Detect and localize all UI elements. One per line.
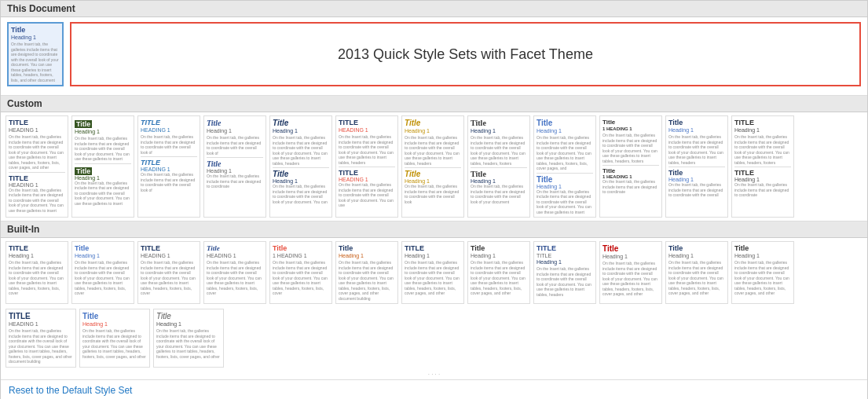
custom-thumbnails-row: TITLE HEADING 1 On the Insert tab, the g… <box>1 112 867 221</box>
custom-thumb-6[interactable]: TITLE HEADING 1 On the Insert tab, the g… <box>335 115 398 218</box>
t2-body: On the Insert tab, the galleries include… <box>75 136 131 162</box>
t6-heading2: HEADING 1 <box>339 177 395 182</box>
builtin-thumb-6[interactable]: Title Heading 1 On the Insert tab, the g… <box>335 241 398 304</box>
t3-heading2: HEADING 1 <box>141 167 197 172</box>
builtin-thumb-4[interactable]: Title HEADING 1 On the Insert tab, the g… <box>203 241 266 304</box>
reset-link-text: Reset to the Default Style Set <box>9 385 132 396</box>
t3-heading: HEADING 1 <box>141 127 197 133</box>
t2-heading: Heading 1 <box>75 129 131 134</box>
custom-thumb-4[interactable]: Title Heading 1 On the Insert tab, the g… <box>203 115 266 218</box>
builtin-thumb-5[interactable]: Title 1 HEADING 1 On the Insert tab, the… <box>269 241 332 304</box>
bt2-h: Heading 1 <box>75 253 131 258</box>
bt6-h: Heading 1 <box>339 253 395 258</box>
thumb-title: Title <box>11 26 60 34</box>
t5-heading: Heading 1 <box>273 128 329 134</box>
builtin-thumb-11[interactable]: Title Heading 1 On the Insert tab, the g… <box>665 241 728 304</box>
bt10-body: On the Insert tab, the galleries include… <box>602 261 659 297</box>
large-preview: 2013 Quick Style Sets with Facet Theme <box>70 22 861 86</box>
builtin-header: Built-In <box>1 221 867 238</box>
t12-title2: TITLE <box>734 169 791 177</box>
builtin-thumb-9[interactable]: TITLE TITLE Heading 1 On the Insert tab,… <box>533 241 596 304</box>
builtin-thumb-r2-1[interactable]: TITLE HEADING 1 On the Insert tab, the g… <box>5 309 76 368</box>
t9-title2: Title <box>537 175 593 184</box>
builtin-thumb-10[interactable]: Title Heading 1 On the Insert tab, the g… <box>599 241 662 304</box>
custom-thumb-5[interactable]: Title Heading 1 On the Insert tab, the g… <box>269 115 332 218</box>
t9-heading2: Heading 1 <box>537 184 593 189</box>
custom-thumb-12[interactable]: TITLE Heading 1 On the Insert tab, the g… <box>731 115 794 218</box>
builtin-thumb-r2-3[interactable]: Title Heading 1 On the Insert tab, the g… <box>153 309 224 368</box>
custom-thumb-7[interactable]: Title Heading 1 On the Insert tab, the g… <box>401 115 464 218</box>
t1-body2: On the Insert tab, the galleries include… <box>9 188 65 214</box>
t8-body: On the Insert tab, the galleries include… <box>471 135 527 166</box>
t5-heading2: Heading 1 <box>273 178 329 184</box>
this-document-section: Title Heading 1 On the Insert tab, the g… <box>1 17 867 96</box>
t10-body2: On the Insert tab, the galleries include… <box>602 179 659 195</box>
t7-body: On the Insert tab, the galleries include… <box>405 135 461 166</box>
t7-heading: Heading 1 <box>405 128 461 134</box>
custom-thumb-9[interactable]: Title Heading 1 On the Insert tab, the g… <box>533 115 596 218</box>
t4-heading2: Heading 1 <box>207 168 263 174</box>
bt9-body: On the Insert tab, the galleries include… <box>537 266 593 297</box>
style-sets-panel: This Document Title Heading 1 On the Ins… <box>0 0 868 399</box>
builtin-thumb-7[interactable]: TITLE Heading 1 On the Insert tab, the g… <box>401 241 464 304</box>
t5-title: Title <box>273 119 329 127</box>
br2-3-title: Title <box>156 312 221 320</box>
t11-heading: Heading 1 <box>668 127 725 133</box>
br2-2-title: Title <box>82 312 147 320</box>
custom-thumb-2[interactable]: Title Heading 1 On the Insert tab, the g… <box>71 115 134 218</box>
bt1-body: On the Insert tab, the galleries include… <box>9 260 65 296</box>
t7-title: Title <box>405 119 461 127</box>
custom-thumb-8[interactable]: Title Heading 1 On the Insert tab, the g… <box>467 115 530 218</box>
bt5-title: Title <box>273 244 329 252</box>
bt2-body: On the Insert tab, the galleries include… <box>75 260 131 296</box>
builtin-thumb-r2-2[interactable]: Title Heading 1 On the Insert tab, the g… <box>79 309 150 368</box>
t8-heading: Heading 1 <box>471 128 527 134</box>
thumb-body: On the Insert tab, the galleries include… <box>11 42 60 82</box>
bt12-body: On the Insert tab, the galleries include… <box>734 260 791 296</box>
t12-title: TITLE <box>734 119 791 126</box>
builtin-thumb-1[interactable]: TITLE Heading 1 On the Insert tab, the g… <box>5 241 68 304</box>
bt11-body: On the Insert tab, the galleries include… <box>668 260 725 296</box>
bt9-h: TITLE <box>537 253 593 258</box>
selected-style-thumb[interactable]: Title Heading 1 On the Insert tab, the g… <box>7 22 64 86</box>
t6-title: TITLE <box>339 119 395 126</box>
t6-heading: HEADING 1 <box>339 127 395 133</box>
bt12-title: Title <box>734 244 791 252</box>
reset-link[interactable]: Reset to the Default Style Set <box>9 385 859 396</box>
br2-1-h: HEADING 1 <box>9 321 73 327</box>
t2-body2: On the Insert tab, the galleries include… <box>75 181 131 207</box>
t8-heading2: Heading 1 <box>471 178 527 184</box>
thumb-heading: Heading 1 <box>11 35 60 40</box>
br2-1-body: On the Insert tab, the galleries include… <box>9 328 73 364</box>
t5-title2: Title <box>273 170 329 178</box>
custom-thumb-10[interactable]: Title 1 HEADING 1 On the Insert tab, the… <box>599 115 662 218</box>
t7-heading2: Heading 1 <box>405 178 461 184</box>
t4-title2: Title <box>207 159 263 168</box>
t9-body: On the Insert tab, the galleries include… <box>537 135 593 171</box>
t5-body2: On the Insert tab, the galleries include… <box>273 184 329 204</box>
br2-3-body: On the Insert tab, the galleries include… <box>156 328 221 359</box>
t10-heading: 1 HEADING 1 <box>602 126 659 131</box>
builtin-thumb-12[interactable]: Title Heading 1 On the Insert tab, the g… <box>731 241 794 304</box>
bt4-title: Title <box>207 244 263 252</box>
builtin-thumb-8[interactable]: Title Heading 1 On the Insert tab, the g… <box>467 241 530 304</box>
t8-title: Title <box>471 119 527 127</box>
t1-heading: HEADING 1 <box>9 127 65 133</box>
custom-thumb-11[interactable]: Title Heading 1 On the Insert tab, the g… <box>665 115 728 218</box>
t1-title: TITLE <box>9 119 65 126</box>
bt1-h: Heading 1 <box>9 253 65 258</box>
t9-body2: On the Insert tab, the galleries include… <box>537 189 593 215</box>
this-document-header: This Document <box>1 1 867 17</box>
br2-2-h: Heading 1 <box>82 321 147 327</box>
t2-heading2: Heading 1 <box>75 175 131 181</box>
builtin-thumb-2[interactable]: Title Heading 1 On the Insert tab, the g… <box>71 241 134 304</box>
builtin-thumb-3[interactable]: TITLE HEADING 1 On the Insert tab, the g… <box>137 241 200 304</box>
t12-heading2: Heading 1 <box>734 177 791 182</box>
t10-title: Title <box>602 119 659 126</box>
bt7-title: TITLE <box>405 244 461 252</box>
t6-title2: TITLE <box>339 169 395 177</box>
t7-title2: Title <box>405 170 461 178</box>
custom-thumb-1[interactable]: TITLE HEADING 1 On the Insert tab, the g… <box>5 115 68 218</box>
custom-thumb-3[interactable]: TITLE HEADING 1 On the Insert tab, the g… <box>137 115 200 218</box>
footer-links: Reset to the Default Style Set Save as a… <box>1 380 867 400</box>
